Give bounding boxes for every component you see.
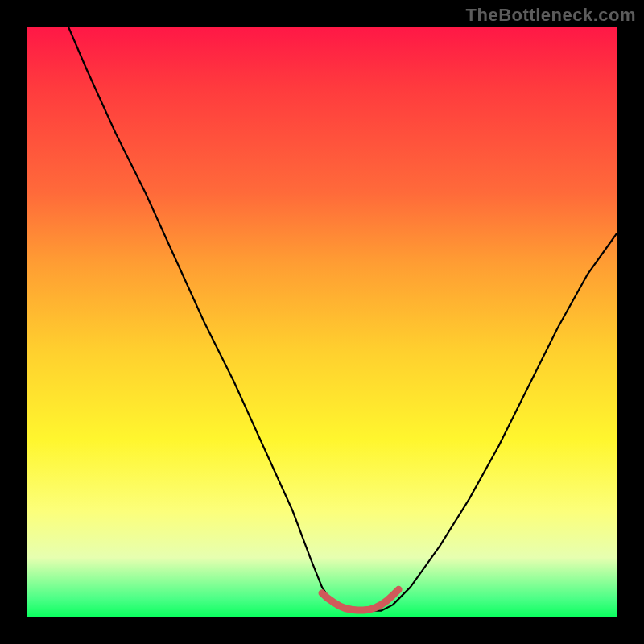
watermark-text: TheBottleneck.com	[466, 5, 636, 26]
plot-area	[27, 27, 617, 617]
curve-layer	[27, 27, 617, 617]
chart-frame: TheBottleneck.com	[0, 0, 644, 644]
black-curve	[68, 27, 617, 611]
